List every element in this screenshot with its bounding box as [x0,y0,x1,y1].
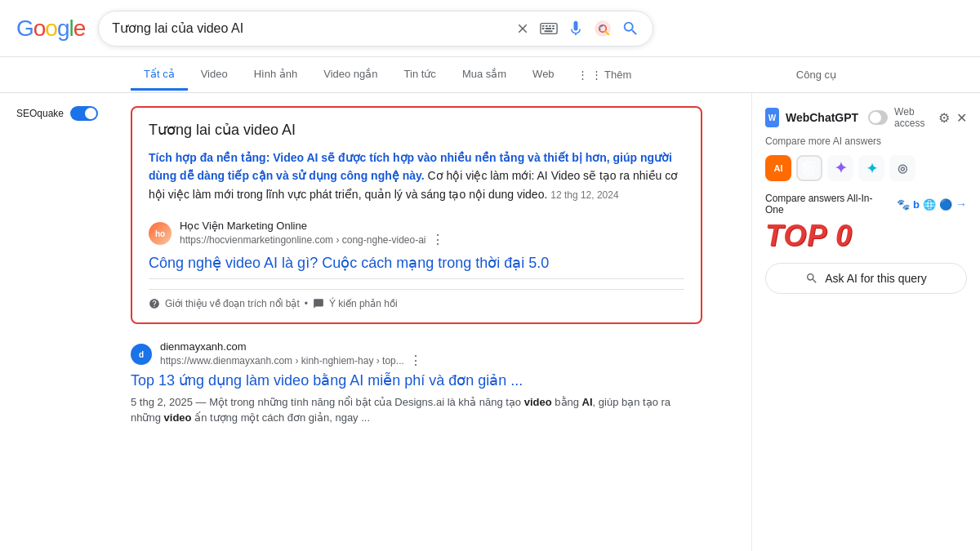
ai-icon-gpt[interactable] [796,155,822,181]
compare-allinone-label: Compare answers All-In-One [765,193,889,216]
seoquake-switch[interactable] [70,106,98,121]
result-title[interactable]: Top 13 ứng dụng làm video bằng AI miễn p… [131,371,702,390]
tab-news[interactable]: Tin tức [391,60,449,91]
ai-icon-gemini[interactable]: ✦ [827,155,853,181]
tab-video[interactable]: Video [188,60,241,91]
clear-button[interactable] [515,21,530,36]
result-domain: dienmayxanh.com [160,340,422,353]
source-url: https://hocvienmarketingonline.com › con… [180,232,684,247]
result-snippet: 5 thg 2, 2025 — Một trong những tính năn… [131,394,702,426]
second-result: d dienmayxanh.com https://www.dienmayxan… [131,340,702,425]
source-info: Học Viện Marketing Online https://hocvie… [180,220,684,247]
svg-rect-5 [542,28,545,29]
ask-ai-button[interactable]: Ask AI for this query [765,263,967,294]
top-zero-badge: TOP 0 [765,219,967,253]
snippet-intro-text: Giới thiệu về đoạn trích nổi bật [165,298,300,309]
gpt-logo [802,161,817,176]
webchat-toggle[interactable] [868,110,888,125]
arrow-right-icon: → [956,198,967,211]
snippet-link[interactable]: Công nghệ video AI là gì? Cuộc cách mạng… [149,254,684,272]
ai-icon-other[interactable]: ◎ [889,155,915,181]
svg-rect-1 [542,24,545,26]
webchat-title: WebChatGPT [786,111,858,124]
snippet-source: ho Học Viện Marketing Online https://hoc… [149,213,684,247]
tab-web[interactable]: Web [519,60,568,91]
tools-button[interactable]: Công cụ [783,60,849,89]
svg-rect-8 [545,30,553,32]
logo-g1: G [16,16,33,42]
tab-shopping[interactable]: Mua sắm [449,60,519,91]
tab-shorts[interactable]: Video ngắn [310,60,390,91]
search-bar [98,11,653,47]
seoquake-label: SEOquake [16,108,64,119]
brand-icons-row: 🐾 b 🌐 🔵 → [897,198,967,211]
more-button[interactable]: ⋮ ⋮ Thêm [568,60,642,89]
mic-button[interactable] [568,20,584,37]
lens-button[interactable] [594,20,612,38]
source-more-icon[interactable]: ⋮ [431,232,444,247]
source-favicon: ho [149,222,172,245]
snippet-divider [149,278,684,279]
gear-icon[interactable]: ⚙ [938,110,950,126]
ai-icon-perplexity[interactable]: ✦ [858,155,884,181]
svg-rect-4 [552,24,555,26]
snippet-title: Tương lai của video AI [149,121,684,139]
more-dots-icon: ⋮ [577,69,588,81]
seoquake-toggle: SEOquake [16,106,98,121]
snippet-date-prefix: 5 thg 2, 2025 [131,396,193,408]
search-mini-icon [805,272,818,285]
result-more-icon[interactable]: ⋮ [409,353,422,368]
nav-tabs: Tất cả Video Hình ảnh Video ngắn Tin tức… [0,57,980,93]
logo-e: e [74,16,86,42]
result-favicon-letter: d [139,350,144,359]
close-icon[interactable]: ✕ [956,110,967,126]
search-button[interactable] [621,20,639,38]
ai-icon-ainow[interactable]: AI [765,155,791,181]
ai-icons: AI ✦ ✦ ◎ [765,155,967,181]
result-url-text: https://www.dienmayxanh.com › kinh-nghie… [160,355,404,367]
ask-ai-label: Ask AI for this query [825,272,927,285]
featured-snippet: Tương lai của video AI Tích hợp đa nền t… [131,106,702,324]
webchat-favicon: W [765,108,779,127]
svg-rect-2 [546,24,548,26]
source-url-text: https://hocvienmarketingonline.com › con… [180,234,426,246]
tab-images[interactable]: Hình ảnh [241,60,311,91]
brand-misc2-icon: 🔵 [939,198,952,211]
result-favicon: d [131,344,152,365]
search-icons [515,20,639,38]
webchat-header: W WebChatGPT Web access ⚙ ✕ [765,106,967,129]
snippet-date: 12 thg 12, 2024 [550,189,618,201]
chat-icon [313,298,324,309]
svg-rect-7 [552,28,555,29]
more-label: ⋮ Thêm [591,69,632,81]
content-area: Tương lai của video AI Tích hợp đa nền t… [114,93,751,551]
keyboard-icon [540,22,558,35]
logo-g2: g [57,16,69,42]
compare-label: Compare more AI answers [765,136,967,147]
clear-icon [515,21,530,36]
brand-b-icon: b [913,198,920,211]
lens-icon [594,20,612,38]
right-sidebar: W WebChatGPT Web access ⚙ ✕ Compare more… [751,93,980,551]
source-favicon-text: ho [155,229,165,238]
footer-dot: • [305,298,308,309]
logo-o1: o [33,16,46,42]
search-input[interactable] [112,21,507,36]
tab-all[interactable]: Tất cả [131,60,188,91]
search-icon [621,20,639,38]
question-icon [149,298,160,309]
snippet-footer: Giới thiệu về đoạn trích nổi bật • Ý kiế… [149,289,684,309]
web-access-label: Web access [894,106,932,129]
keyboard-button[interactable] [540,22,558,35]
snippet-content: — Một trong những tính năng nổi bật của … [131,396,670,424]
compare-allinone: Compare answers All-In-One 🐾 b 🌐 🔵 → [765,193,967,216]
svg-rect-6 [546,28,551,29]
snippet-feedback-text: Ý kiến phản hồi [329,298,398,309]
brand-g-icon: 🐾 [897,198,910,211]
header: G o o g l e [0,0,980,57]
google-logo[interactable]: G o o g l e [16,16,85,42]
source-name: Học Viện Marketing Online [180,220,684,232]
svg-rect-3 [549,24,551,26]
logo-o2: o [45,16,57,42]
result-source: d dienmayxanh.com https://www.dienmayxan… [131,340,702,368]
